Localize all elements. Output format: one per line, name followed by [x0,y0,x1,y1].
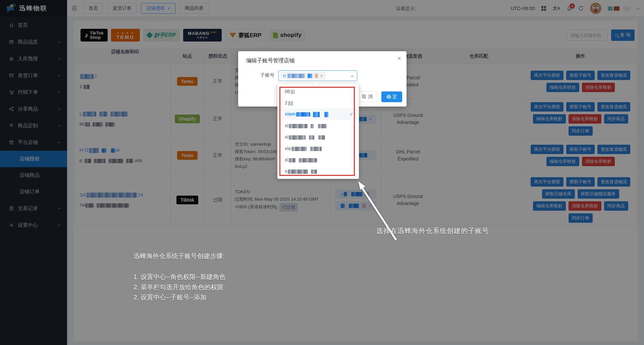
subaccount-dropdown: 062xiam✓xixixiaxix [277,84,359,179]
step-line: 1. 设置中心--角色权限--新建角色 [133,272,225,282]
redacted-blur [289,158,296,162]
dropdown-option[interactable]: xi [277,154,359,165]
redacted-blur [291,147,307,151]
subaccount-field-label: 子账号 [254,72,274,78]
redacted-blur [309,135,314,140]
redacted-blur [313,112,320,117]
redacted-blur [296,112,310,117]
modal-title: 编辑子账号管理店铺 [246,57,294,64]
confirm-button[interactable]: 确 定 [381,91,402,102]
redacted-blur [315,74,318,78]
redacted-blur [287,74,305,78]
dropdown-option-text: 2 [285,100,293,106]
text-fragment: 2 [285,100,287,106]
step-line: 2. 设置中心--子账号--添加 [133,292,225,303]
redacted-blur [310,147,322,151]
dropdown-option-text: xi [285,134,326,140]
dropdown-option[interactable]: xi [277,131,359,143]
dropdown-list: 062xiam✓xixixiaxix [277,86,359,177]
check-icon: ✓ [349,111,354,117]
text-fragment: xi [285,123,288,128]
redacted-blur [289,135,306,140]
redacted-blur [318,135,325,140]
dropdown-option[interactable]: 2 [277,97,359,109]
text-fragment: xia [285,146,291,151]
redacted-blur [311,169,317,174]
dropdown-option-text: xia [285,146,322,151]
steps-title: 迅蜂海外仓系统子账号创建步骤: [133,252,225,261]
dropdown-option-text: xi [285,123,327,128]
text-fragment: xi [285,134,288,140]
close-icon[interactable]: × [397,55,401,62]
dropdown-option-text: x [285,168,318,174]
steps-lines: 1. 设置中心--角色权限--新建角色2. 菜单栏勾选开放给角色的权限2. 设置… [133,272,225,303]
dropdown-option[interactable]: 06 [277,86,359,97]
step-line: 2. 菜单栏勾选开放给角色的权限 [133,282,225,293]
redacted-blur [311,124,314,128]
chevron-up-icon [351,75,354,77]
dropdown-option[interactable]: xia [277,143,359,154]
redacted-blur [324,112,328,117]
cancel-button[interactable]: 取 消 [357,91,377,102]
tag-close-icon[interactable]: × [320,73,323,78]
dropdown-option-text: xi [285,157,318,162]
redacted-blur [291,90,295,94]
redacted-blur [308,74,312,78]
dropdown-option[interactable]: xi [277,120,359,131]
annotation-pointer-label: 选择在迅蜂海外仓系统创建的子账号 [376,226,489,235]
selected-subaccount-tag: xi× [280,72,325,80]
text-fragment: xi [285,157,288,162]
text-fragment: xi [283,73,286,78]
redacted-blur [318,124,327,128]
redacted-blur [299,158,317,162]
dropdown-option[interactable]: xiam✓ [277,109,359,120]
redacted-blur [288,169,308,174]
dropdown-option-text: 06 [285,89,296,94]
text-fragment: 06 [285,89,290,94]
dropdown-option-text: xiam [285,111,329,117]
text-fragment: xiam [285,111,296,117]
text-fragment: x [285,168,287,174]
redacted-blur [289,124,308,128]
redacted-blur [288,101,293,106]
subaccount-select[interactable]: xi× [278,70,357,81]
annotation-steps: 迅蜂海外仓系统子账号创建步骤: 1. 设置中心--角色权限--新建角色2. 菜单… [133,252,225,303]
